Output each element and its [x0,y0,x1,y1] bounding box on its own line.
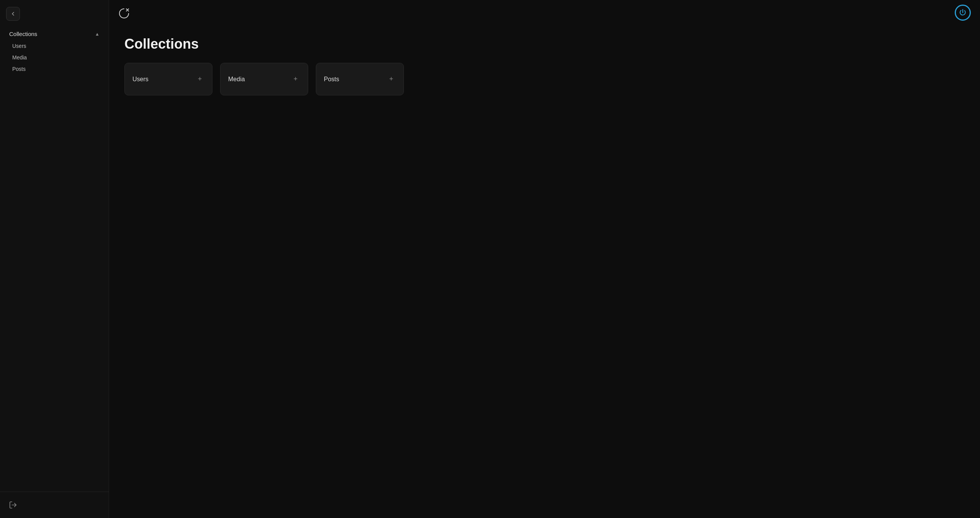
add-users-collection-icon[interactable]: + [195,75,204,84]
sidebar-posts-label: Posts [12,66,26,72]
sidebar-top [0,0,109,28]
add-media-collection-icon[interactable]: + [291,75,300,84]
sidebar-item-users[interactable]: Users [5,40,104,52]
sidebar-nav: Collections ▲ Users Media Posts [0,28,109,492]
sidebar-bottom [0,492,109,518]
power-button[interactable] [955,5,971,21]
add-posts-collection-icon[interactable]: + [387,75,396,84]
sidebar-item-posts[interactable]: Posts [5,63,104,75]
collection-users-label: Users [132,76,149,83]
collections-nav-section: Collections ▲ Users Media Posts [5,28,104,75]
sidebar: Collections ▲ Users Media Posts [0,0,109,518]
collection-card-users[interactable]: Users + [124,63,212,95]
collapse-sidebar-button[interactable] [6,7,20,21]
main-content: Collections Users + Media + Posts + [109,0,980,518]
page-title: Collections [109,27,980,63]
app-logo-icon [117,6,131,21]
collection-card-posts[interactable]: Posts + [316,63,404,95]
chevron-up-icon: ▲ [95,31,100,37]
topbar [109,0,980,27]
collection-card-media[interactable]: Media + [220,63,308,95]
sidebar-item-collections[interactable]: Collections ▲ [5,28,104,40]
sidebar-users-label: Users [12,43,26,49]
collections-grid: Users + Media + Posts + [109,63,980,95]
sidebar-collections-label: Collections [9,31,37,37]
collection-media-label: Media [228,76,245,83]
logout-button[interactable] [6,498,20,512]
sidebar-item-media[interactable]: Media [5,52,104,63]
sidebar-media-label: Media [12,54,27,61]
collection-posts-label: Posts [324,76,339,83]
